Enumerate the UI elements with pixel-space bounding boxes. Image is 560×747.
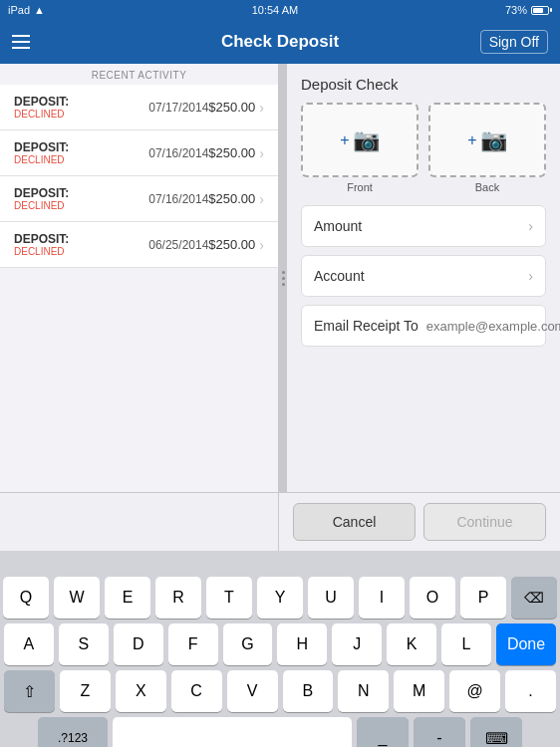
back-photo-wrap: + 📷 Back xyxy=(428,103,546,193)
action-bar: Cancel Continue xyxy=(0,492,560,551)
front-photo-button[interactable]: + 📷 xyxy=(301,103,419,177)
key-o[interactable]: O xyxy=(410,577,455,619)
battery-pct: 73% xyxy=(505,4,527,16)
key-s[interactable]: S xyxy=(59,623,109,665)
key-u[interactable]: U xyxy=(308,577,354,619)
key-a[interactable]: A xyxy=(4,623,54,665)
activity-item[interactable]: DEPOSIT: DECLINED 06/25/2014 $250.00 › xyxy=(0,222,278,268)
key-h[interactable]: H xyxy=(277,623,327,665)
key-b[interactable]: B xyxy=(283,670,334,712)
recent-activity-header: RECENT ACTIVITY xyxy=(0,64,278,85)
plus-icon: + xyxy=(340,131,349,149)
amount-label: Amount xyxy=(314,218,362,234)
chevron-right-icon: › xyxy=(259,237,264,253)
key-period[interactable]: . xyxy=(505,670,556,712)
keyboard-row-2: A S D F G H J K L Done xyxy=(4,623,556,665)
front-label: Front xyxy=(347,181,373,193)
activity-date: 07/16/2014 xyxy=(148,146,208,160)
back-photo-button[interactable]: + 📷 xyxy=(428,103,546,177)
symbol-key[interactable]: .?123 xyxy=(38,717,108,747)
photo-buttons-row: + 📷 Front + 📷 Back xyxy=(301,103,546,193)
key-g[interactable]: G xyxy=(223,623,273,665)
keyboard-row-4: .?123 _ - ⌨ xyxy=(4,717,556,747)
chevron-right-icon: › xyxy=(259,191,264,207)
activity-type: DEPOSIT: xyxy=(14,140,140,154)
key-v[interactable]: V xyxy=(227,670,278,712)
back-label: Back xyxy=(475,181,499,193)
key-i[interactable]: I xyxy=(359,577,405,619)
key-f[interactable]: F xyxy=(168,623,218,665)
activity-amount: $250.00 xyxy=(208,100,255,115)
activity-item[interactable]: DEPOSIT: DECLINED 07/16/2014 $250.00 › xyxy=(0,130,278,176)
activity-status: DECLINED xyxy=(14,246,140,257)
account-label: Account xyxy=(314,268,365,284)
activity-type: DEPOSIT: xyxy=(14,186,140,200)
email-field[interactable]: Email Receipt To xyxy=(301,305,546,347)
activity-status: DECLINED xyxy=(14,154,140,165)
key-l[interactable]: L xyxy=(441,623,491,665)
battery-icon xyxy=(531,6,552,15)
wifi-icon: ▲ xyxy=(34,4,45,16)
key-n[interactable]: N xyxy=(338,670,389,712)
chevron-right-icon: › xyxy=(259,145,264,161)
camera-icon: 📷 xyxy=(353,127,380,153)
amount-field[interactable]: Amount › xyxy=(301,205,546,247)
nav-bar: Check Deposit Sign Off xyxy=(0,20,560,64)
sign-off-button[interactable]: Sign Off xyxy=(480,30,548,54)
key-x[interactable]: X xyxy=(116,670,166,712)
action-buttons: Cancel Continue xyxy=(279,493,560,551)
status-left: iPad ▲ xyxy=(8,4,45,16)
right-panel: Deposit Check + 📷 Front + 📷 Back Amount xyxy=(287,64,560,492)
left-panel: RECENT ACTIVITY DEPOSIT: DECLINED 07/17/… xyxy=(0,64,279,492)
activity-item[interactable]: DEPOSIT: DECLINED 07/16/2014 $250.00 › xyxy=(0,176,278,222)
status-time: 10:54 AM xyxy=(252,4,298,16)
activity-date: 06/25/2014 xyxy=(148,238,208,252)
key-r[interactable]: R xyxy=(155,577,201,619)
status-right: 73% xyxy=(505,4,552,16)
panel-divider xyxy=(279,64,287,492)
email-input[interactable] xyxy=(426,319,560,334)
key-at[interactable]: @ xyxy=(449,670,500,712)
activity-date: 07/17/2014 xyxy=(148,101,208,115)
shift-key[interactable]: ⇧ xyxy=(4,670,55,712)
key-d[interactable]: D xyxy=(114,623,163,665)
action-left-spacer xyxy=(0,493,279,551)
key-t[interactable]: T xyxy=(206,577,252,619)
keyboard-row-1: Q W E R T Y U I O P ⌫ xyxy=(4,577,556,619)
key-j[interactable]: J xyxy=(332,623,382,665)
email-label: Email Receipt To xyxy=(314,318,419,334)
front-photo-wrap: + 📷 Front xyxy=(301,103,419,193)
key-m[interactable]: M xyxy=(394,670,444,712)
account-chevron-icon: › xyxy=(528,268,533,284)
key-y[interactable]: Y xyxy=(257,577,303,619)
status-bar: iPad ▲ 10:54 AM 73% xyxy=(0,0,560,20)
key-k[interactable]: K xyxy=(387,623,436,665)
key-q[interactable]: Q xyxy=(3,577,49,619)
activity-amount: $250.00 xyxy=(208,237,255,252)
backspace-key[interactable]: ⌫ xyxy=(511,577,557,619)
key-w[interactable]: W xyxy=(54,577,100,619)
dash-key[interactable]: - xyxy=(414,717,465,747)
cancel-button[interactable]: Cancel xyxy=(293,503,416,541)
key-z[interactable]: Z xyxy=(60,670,111,712)
underscore-key[interactable]: _ xyxy=(357,717,409,747)
key-e[interactable]: E xyxy=(105,577,150,619)
device-label: iPad xyxy=(8,4,30,16)
keyboard-dismiss-key[interactable]: ⌨ xyxy=(470,717,522,747)
done-key[interactable]: Done xyxy=(496,623,556,665)
page-title: Check Deposit xyxy=(221,32,339,52)
keyboard-spacer xyxy=(0,551,560,571)
key-p[interactable]: P xyxy=(460,577,506,619)
chevron-right-icon: › xyxy=(259,100,264,116)
amount-chevron-icon: › xyxy=(528,218,533,234)
space-key[interactable] xyxy=(113,717,352,747)
menu-icon[interactable] xyxy=(12,35,30,49)
continue-button[interactable]: Continue xyxy=(423,503,546,541)
activity-type: DEPOSIT: xyxy=(14,95,140,109)
activity-amount: $250.00 xyxy=(208,145,255,160)
activity-item[interactable]: DEPOSIT: DECLINED 07/17/2014 $250.00 › xyxy=(0,85,278,130)
activity-status: DECLINED xyxy=(14,109,140,120)
key-c[interactable]: C xyxy=(171,670,222,712)
account-field[interactable]: Account › xyxy=(301,255,546,297)
activity-date: 07/16/2014 xyxy=(148,192,208,206)
